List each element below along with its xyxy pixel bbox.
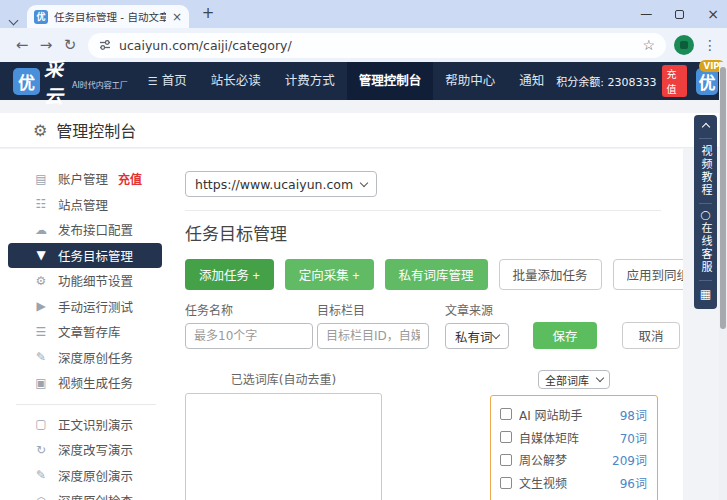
sidebar-item-rewrite-demo[interactable]: ↻ 深度改写演示 — [0, 437, 172, 463]
lexicon-checkbox[interactable] — [500, 431, 512, 443]
site-logo[interactable]: 优 — [13, 68, 40, 95]
task-name-label: 任务名称 — [185, 301, 313, 318]
sidebar-label: 正文识别演示 — [58, 415, 133, 434]
vip-avatar[interactable]: 优 VIP — [696, 68, 717, 95]
online-service-link[interactable]: 在线客服 — [700, 222, 711, 274]
directed-collect-button[interactable]: 定向采集 + — [285, 259, 374, 290]
lexicon-checkbox[interactable] — [500, 408, 512, 420]
bar-chart-icon: ▤ — [34, 172, 48, 186]
lexicon-checkbox[interactable] — [500, 477, 512, 489]
qr-code-icon[interactable]: ▦ — [700, 287, 711, 301]
sidebar-label: 深度改写演示 — [58, 440, 133, 459]
vip-avatar-char: 优 — [698, 69, 715, 94]
sidebar-label: 发布接口配置 — [58, 220, 133, 239]
private-lexicon-button[interactable]: 私有词库管理 — [385, 259, 488, 290]
recharge-button[interactable]: 充值 — [662, 65, 688, 97]
content-card: ▤ 账户管理 充值 ☷ 站点管理 ☁ 发布接口配置 ▼ 任务目标管理 ⚙ 功能细… — [0, 149, 683, 500]
nav-item-must-read[interactable]: 站长必读 — [199, 62, 273, 100]
lexicon-checkbox[interactable] — [500, 454, 512, 466]
task-name-input[interactable] — [185, 323, 313, 349]
lexicon-section: 已选词库(自动去重) 全部词库 AI 网站助手 98词 自媒体矩阵 — [185, 370, 683, 500]
lexicon-count[interactable]: 98词 — [620, 406, 647, 423]
stack-icon: ☷ — [34, 197, 48, 211]
tab-close-icon[interactable]: × — [172, 10, 182, 24]
cloud-icon: ☁ — [34, 223, 48, 237]
site-select[interactable]: https://www.ucaiyun.com — [185, 171, 377, 197]
batch-add-task-button[interactable]: 批量添加任务 — [499, 259, 602, 290]
article-source-value: 私有词库 — [455, 327, 493, 346]
video-tutorial-link[interactable]: 视频教程 — [700, 145, 711, 197]
nav-item-help[interactable]: 帮助中心 — [433, 62, 507, 100]
sidebar-item-video-task[interactable]: ▣ 视频生成任务 — [0, 370, 172, 396]
lexicon-name: 周公解梦 — [519, 451, 612, 468]
pencil-icon: ✎ — [34, 468, 48, 482]
forward-button[interactable]: → — [34, 36, 58, 54]
site-settings-icon — [99, 39, 111, 51]
funnel-icon: ▼ — [34, 248, 48, 262]
lexicon-name: AI 网站助手 — [519, 406, 620, 423]
window-minimize-button[interactable]: — — [640, 7, 652, 21]
nav-item-notice[interactable]: 通知 — [507, 62, 556, 100]
lexicon-name: 自媒体矩阵 — [519, 429, 620, 446]
scrollbar-thumb[interactable] — [720, 67, 726, 329]
sidebar-item-publish-api[interactable]: ☁ 发布接口配置 — [0, 217, 172, 243]
add-task-button[interactable]: 添加任务 + — [185, 259, 274, 290]
play-icon: ▶ — [34, 299, 48, 313]
sidebar-item-article-store[interactable]: ☰ 文章暂存库 — [0, 319, 172, 345]
lexicon-row: AI 网站助手 98词 — [500, 403, 647, 426]
sidebar-label: 深度原创演示 — [58, 466, 133, 485]
hamburger-icon: ☰ — [148, 75, 158, 88]
window-maximize-button[interactable] — [675, 10, 684, 19]
nav-item-home[interactable]: ☰首页 — [136, 62, 199, 100]
selected-lexicon-box[interactable] — [185, 393, 382, 500]
chevron-down-icon — [360, 178, 368, 186]
site-tagline: AI时代内容工厂 — [72, 79, 128, 90]
sidebar-item-original-check[interactable]: ○ 深度原创检查 — [0, 488, 172, 500]
lexicon-filter-select[interactable]: 全部词库 — [538, 370, 610, 389]
page-scrollbar[interactable] — [719, 62, 727, 500]
lexicon-count[interactable]: 70词 — [620, 429, 647, 446]
article-source-select[interactable]: 私有词库 — [445, 323, 509, 349]
profile-avatar[interactable] — [674, 35, 694, 55]
sidebar-item-manual-test[interactable]: ▶ 手动运行测试 — [0, 294, 172, 320]
sidebar-divider — [16, 404, 156, 405]
sidebar-item-original-demo[interactable]: ✎ 深度原创演示 — [0, 463, 172, 489]
tab-search-icon[interactable] — [10, 9, 22, 21]
divider — [185, 210, 661, 211]
recharge-link[interactable]: 充值 — [118, 170, 142, 187]
window-close-button[interactable]: × — [707, 6, 719, 22]
site-favicon: 优 — [34, 10, 48, 24]
back-button[interactable]: ← — [10, 36, 34, 54]
target-column-input[interactable] — [317, 323, 429, 349]
collapse-up-icon[interactable] — [701, 123, 709, 131]
sidebar-item-feature-settings[interactable]: ⚙ 功能细节设置 — [0, 268, 172, 294]
lexicon-count[interactable]: 209词 — [612, 451, 647, 468]
lexicon-row: 自媒体矩阵 70词 — [500, 426, 647, 449]
bookmark-star-icon[interactable]: ☆ — [642, 37, 655, 53]
main-area: https://www.ucaiyun.com 任务目标管理 添加任务 + 定向… — [185, 149, 683, 500]
nav-item-pricing[interactable]: 计费方式 — [273, 62, 347, 100]
target-column-label: 目标栏目 — [317, 301, 429, 318]
sidebar-item-deep-original-task[interactable]: ✎ 深度原创任务 — [0, 345, 172, 371]
cancel-button[interactable]: 取消 — [622, 322, 680, 349]
browser-tab[interactable]: 优 任务目标管理 - 自动文章采集器 × — [27, 5, 189, 28]
chevron-down-icon — [596, 374, 604, 382]
task-form: 任务名称 目标栏目 文章来源 私有词库 保存 取消 — [185, 301, 683, 349]
reload-button[interactable]: ↻ — [58, 36, 82, 54]
circle-icon: ○ — [34, 494, 48, 500]
sidebar-label: 账户管理 — [58, 169, 108, 188]
sidebar-item-sites[interactable]: ☷ 站点管理 — [0, 192, 172, 218]
sidebar: ▤ 账户管理 充值 ☷ 站点管理 ☁ 发布接口配置 ▼ 任务目标管理 ⚙ 功能细… — [0, 149, 172, 500]
lexicon-count[interactable]: 96词 — [620, 474, 647, 491]
save-button[interactable]: 保存 — [533, 322, 597, 349]
sidebar-label: 任务目标管理 — [58, 246, 133, 265]
address-bar[interactable]: ucaiyun.com/caiji/category/ ☆ — [88, 33, 666, 58]
sidebar-label: 手动运行测试 — [58, 297, 133, 316]
nav-item-console[interactable]: 管理控制台 — [347, 62, 434, 100]
sidebar-item-account[interactable]: ▤ 账户管理 充值 — [0, 166, 172, 192]
sidebar-item-task-target[interactable]: ▼ 任务目标管理 — [8, 243, 162, 269]
new-tab-button[interactable]: + — [199, 4, 217, 22]
url-text[interactable]: ucaiyun.com/caiji/category/ — [119, 38, 634, 53]
browser-menu-icon[interactable]: ⋮ — [703, 37, 717, 53]
sidebar-item-content-demo[interactable]: ▢ 正文识别演示 — [0, 412, 172, 438]
